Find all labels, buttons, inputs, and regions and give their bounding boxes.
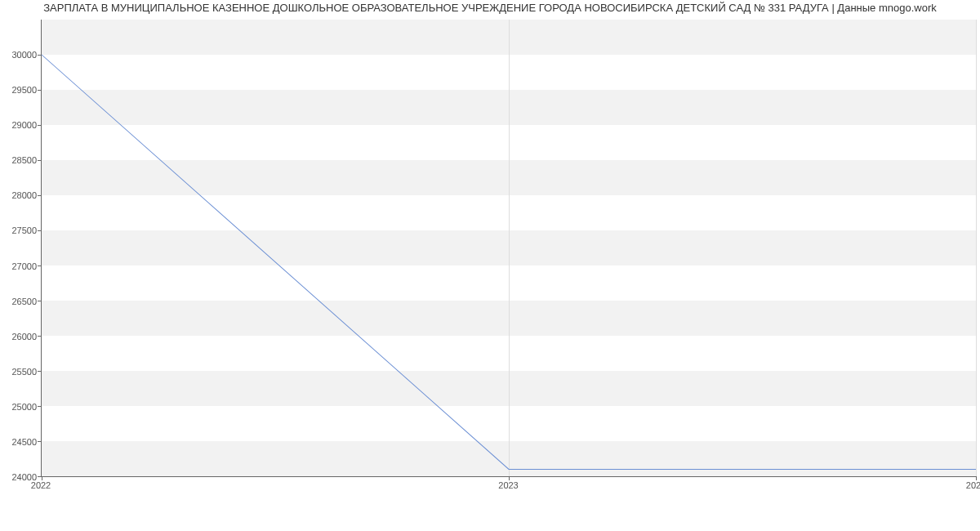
y-tick-label: 28000 — [4, 190, 37, 200]
x-tick-label: 2022 — [31, 480, 51, 490]
y-tick-label: 28500 — [4, 155, 37, 165]
series-line — [42, 20, 976, 476]
y-tick-label: 30000 — [4, 50, 37, 60]
y-tick-label: 29500 — [4, 85, 37, 95]
y-tick-label: 27500 — [4, 225, 37, 235]
x-tick-label: 2024 — [966, 480, 980, 490]
y-tick-label: 24500 — [4, 437, 37, 447]
x-tick-label: 2023 — [498, 480, 518, 490]
y-tick-label: 27000 — [4, 261, 37, 271]
y-tick-label: 26000 — [4, 332, 37, 341]
grid-line-v — [976, 20, 977, 476]
plot-area — [41, 20, 976, 477]
y-tick-label: 29000 — [4, 120, 37, 130]
chart-container: ЗАРПЛАТА В МУНИЦИПАЛЬНОЕ КАЗЕННОЕ ДОШКОЛ… — [0, 0, 980, 531]
chart-title: ЗАРПЛАТА В МУНИЦИПАЛЬНОЕ КАЗЕННОЕ ДОШКОЛ… — [0, 2, 980, 14]
y-tick-label: 25500 — [4, 367, 37, 377]
y-tick-label: 26500 — [4, 297, 37, 306]
y-tick-label: 25000 — [4, 402, 37, 412]
